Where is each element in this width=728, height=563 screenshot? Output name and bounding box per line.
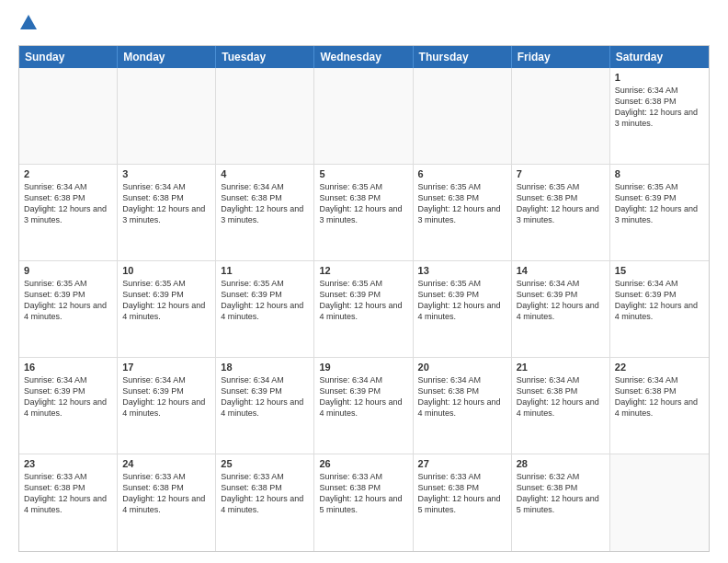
calendar-cell: 7Sunrise: 6:35 AM Sunset: 6:38 PM Daylig… [512, 165, 610, 260]
day-number: 14 [517, 265, 605, 276]
calendar-cell: 13Sunrise: 6:35 AM Sunset: 6:39 PM Dayli… [414, 261, 512, 357]
cell-info: Sunrise: 6:33 AM Sunset: 6:38 PM Dayligh… [221, 471, 309, 516]
cell-info: Sunrise: 6:34 AM Sunset: 6:39 PM Dayligh… [122, 374, 210, 419]
calendar-cell: 23Sunrise: 6:33 AM Sunset: 6:38 PM Dayli… [19, 454, 118, 551]
calendar-cell: 11Sunrise: 6:35 AM Sunset: 6:39 PM Dayli… [216, 261, 314, 357]
calendar-cell: 12Sunrise: 6:35 AM Sunset: 6:39 PM Dayli… [314, 261, 413, 357]
calendar-cell: 26Sunrise: 6:33 AM Sunset: 6:38 PM Dayli… [314, 454, 413, 551]
calendar-cell: 16Sunrise: 6:34 AM Sunset: 6:39 PM Dayli… [19, 358, 118, 454]
calendar-cell: 2Sunrise: 6:34 AM Sunset: 6:38 PM Daylig… [19, 165, 118, 260]
calendar-cell: 1Sunrise: 6:34 AM Sunset: 6:38 PM Daylig… [610, 68, 709, 164]
day-number: 2 [24, 168, 112, 179]
day-number: 27 [418, 458, 506, 469]
day-number: 8 [615, 168, 704, 179]
cell-info: Sunrise: 6:34 AM Sunset: 6:38 PM Dayligh… [615, 374, 704, 419]
header-thursday: Thursday [414, 46, 512, 68]
day-number: 16 [24, 362, 112, 373]
cell-info: Sunrise: 6:35 AM Sunset: 6:38 PM Dayligh… [517, 181, 605, 226]
calendar-cell: 4Sunrise: 6:34 AM Sunset: 6:38 PM Daylig… [216, 165, 314, 260]
cell-info: Sunrise: 6:34 AM Sunset: 6:39 PM Dayligh… [319, 374, 407, 419]
header-sunday: Sunday [19, 46, 118, 68]
calendar-cell: 18Sunrise: 6:34 AM Sunset: 6:39 PM Dayli… [216, 358, 314, 454]
calendar-row-2: 9Sunrise: 6:35 AM Sunset: 6:39 PM Daylig… [19, 261, 709, 358]
calendar-header: Sunday Monday Tuesday Wednesday Thursday… [19, 46, 709, 68]
cell-info: Sunrise: 6:35 AM Sunset: 6:39 PM Dayligh… [122, 278, 210, 323]
day-number: 22 [615, 362, 704, 373]
calendar-cell: 9Sunrise: 6:35 AM Sunset: 6:39 PM Daylig… [19, 261, 118, 357]
header-saturday: Saturday [610, 46, 709, 68]
calendar-row-1: 2Sunrise: 6:34 AM Sunset: 6:38 PM Daylig… [19, 165, 709, 261]
calendar-cell [314, 68, 413, 164]
header-monday: Monday [118, 46, 216, 68]
cell-info: Sunrise: 6:34 AM Sunset: 6:38 PM Dayligh… [517, 374, 605, 419]
day-number: 17 [122, 362, 210, 373]
cell-info: Sunrise: 6:35 AM Sunset: 6:39 PM Dayligh… [319, 278, 407, 323]
day-number: 6 [418, 168, 506, 179]
calendar-cell: 19Sunrise: 6:34 AM Sunset: 6:39 PM Dayli… [314, 358, 413, 454]
cell-info: Sunrise: 6:35 AM Sunset: 6:39 PM Dayligh… [24, 278, 112, 323]
calendar-cell: 3Sunrise: 6:34 AM Sunset: 6:38 PM Daylig… [118, 165, 216, 260]
cell-info: Sunrise: 6:34 AM Sunset: 6:39 PM Dayligh… [615, 278, 704, 323]
cell-info: Sunrise: 6:35 AM Sunset: 6:38 PM Dayligh… [319, 181, 407, 226]
calendar-body: 1Sunrise: 6:34 AM Sunset: 6:38 PM Daylig… [19, 68, 709, 551]
day-number: 28 [517, 458, 605, 469]
calendar-cell: 14Sunrise: 6:34 AM Sunset: 6:39 PM Dayli… [512, 261, 610, 357]
cell-info: Sunrise: 6:35 AM Sunset: 6:38 PM Dayligh… [418, 181, 506, 226]
calendar-cell [512, 68, 610, 164]
calendar-cell [216, 68, 314, 164]
logo [18, 15, 39, 38]
cell-info: Sunrise: 6:34 AM Sunset: 6:38 PM Dayligh… [24, 181, 112, 226]
day-number: 18 [221, 362, 309, 373]
cell-info: Sunrise: 6:34 AM Sunset: 6:38 PM Dayligh… [221, 181, 309, 226]
logo-icon [18, 13, 39, 33]
calendar-cell: 5Sunrise: 6:35 AM Sunset: 6:38 PM Daylig… [314, 165, 413, 260]
cell-info: Sunrise: 6:35 AM Sunset: 6:39 PM Dayligh… [615, 181, 704, 226]
calendar-row-4: 23Sunrise: 6:33 AM Sunset: 6:38 PM Dayli… [19, 454, 709, 551]
cell-info: Sunrise: 6:34 AM Sunset: 6:38 PM Dayligh… [615, 85, 704, 130]
page: Sunday Monday Tuesday Wednesday Thursday… [0, 0, 728, 563]
day-number: 15 [615, 265, 704, 276]
calendar: Sunday Monday Tuesday Wednesday Thursday… [18, 45, 710, 552]
calendar-cell: 22Sunrise: 6:34 AM Sunset: 6:38 PM Dayli… [610, 358, 709, 454]
day-number: 12 [319, 265, 407, 276]
calendar-cell [19, 68, 118, 164]
day-number: 23 [24, 458, 112, 469]
cell-info: Sunrise: 6:34 AM Sunset: 6:39 PM Dayligh… [221, 374, 309, 419]
calendar-cell: 17Sunrise: 6:34 AM Sunset: 6:39 PM Dayli… [118, 358, 216, 454]
calendar-row-0: 1Sunrise: 6:34 AM Sunset: 6:38 PM Daylig… [19, 68, 709, 165]
cell-info: Sunrise: 6:35 AM Sunset: 6:39 PM Dayligh… [418, 278, 506, 323]
day-number: 5 [319, 168, 407, 179]
cell-info: Sunrise: 6:33 AM Sunset: 6:38 PM Dayligh… [418, 471, 506, 516]
calendar-cell [610, 454, 709, 551]
cell-info: Sunrise: 6:33 AM Sunset: 6:38 PM Dayligh… [24, 471, 112, 516]
cell-info: Sunrise: 6:34 AM Sunset: 6:39 PM Dayligh… [517, 278, 605, 323]
day-number: 26 [319, 458, 407, 469]
cell-info: Sunrise: 6:34 AM Sunset: 6:38 PM Dayligh… [418, 374, 506, 419]
header-tuesday: Tuesday [216, 46, 314, 68]
calendar-cell [414, 68, 512, 164]
calendar-cell: 21Sunrise: 6:34 AM Sunset: 6:38 PM Dayli… [512, 358, 610, 454]
svg-marker-0 [20, 15, 37, 29]
cell-info: Sunrise: 6:33 AM Sunset: 6:38 PM Dayligh… [122, 471, 210, 516]
day-number: 7 [517, 168, 605, 179]
cell-info: Sunrise: 6:34 AM Sunset: 6:39 PM Dayligh… [24, 374, 112, 419]
day-number: 9 [24, 265, 112, 276]
calendar-cell: 15Sunrise: 6:34 AM Sunset: 6:39 PM Dayli… [610, 261, 709, 357]
cell-info: Sunrise: 6:32 AM Sunset: 6:38 PM Dayligh… [517, 471, 605, 516]
day-number: 3 [122, 168, 210, 179]
day-number: 21 [517, 362, 605, 373]
day-number: 13 [418, 265, 506, 276]
calendar-row-3: 16Sunrise: 6:34 AM Sunset: 6:39 PM Dayli… [19, 358, 709, 454]
header-friday: Friday [512, 46, 610, 68]
day-number: 10 [122, 265, 210, 276]
header-wednesday: Wednesday [314, 46, 413, 68]
calendar-cell: 24Sunrise: 6:33 AM Sunset: 6:38 PM Dayli… [118, 454, 216, 551]
calendar-cell: 8Sunrise: 6:35 AM Sunset: 6:39 PM Daylig… [610, 165, 709, 260]
calendar-cell: 25Sunrise: 6:33 AM Sunset: 6:38 PM Dayli… [216, 454, 314, 551]
calendar-cell: 27Sunrise: 6:33 AM Sunset: 6:38 PM Dayli… [414, 454, 512, 551]
calendar-cell: 10Sunrise: 6:35 AM Sunset: 6:39 PM Dayli… [118, 261, 216, 357]
calendar-cell [118, 68, 216, 164]
day-number: 1 [615, 72, 704, 83]
day-number: 11 [221, 265, 309, 276]
cell-info: Sunrise: 6:33 AM Sunset: 6:38 PM Dayligh… [319, 471, 407, 516]
